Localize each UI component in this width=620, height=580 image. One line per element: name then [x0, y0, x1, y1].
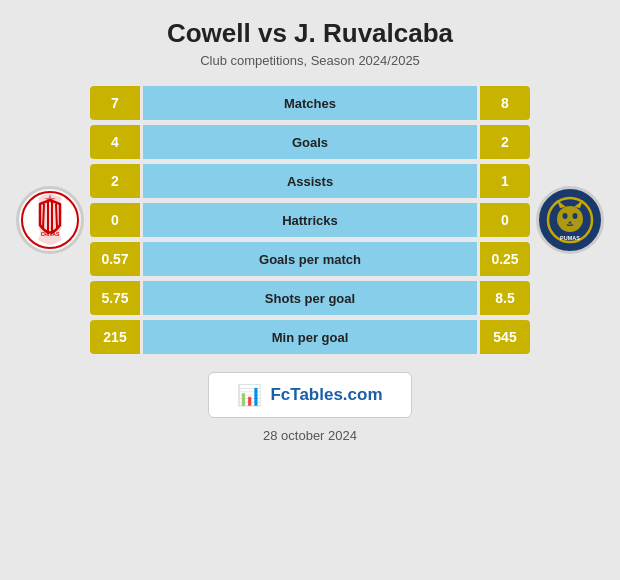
stat-label: Hattricks — [143, 203, 477, 237]
fctables-icon: 📊 — [237, 383, 262, 407]
page-subtitle: Club competitions, Season 2024/2025 — [200, 53, 420, 68]
chivas-logo: CHIVAS — [20, 190, 80, 250]
stat-right-value: 8.5 — [480, 281, 530, 315]
stat-row: 2Assists1 — [90, 164, 530, 198]
date-label: 28 october 2024 — [263, 428, 357, 443]
left-team-logo: CHIVAS — [10, 186, 90, 254]
svg-point-9 — [557, 206, 583, 232]
stat-row: 0.57Goals per match0.25 — [90, 242, 530, 276]
stat-label: Min per goal — [143, 320, 477, 354]
stat-label: Assists — [143, 164, 477, 198]
svg-line-1 — [43, 204, 44, 228]
svg-text:PUMAS: PUMAS — [560, 235, 580, 241]
stat-row: 7Matches8 — [90, 86, 530, 120]
stat-row: 4Goals2 — [90, 125, 530, 159]
stat-row: 215Min per goal545 — [90, 320, 530, 354]
stats-area: 7Matches84Goals22Assists10Hattricks00.57… — [90, 86, 530, 354]
comparison-area: CHIVAS 7Matches84Goals22Assists10Hattric… — [10, 86, 610, 354]
stat-label: Shots per goal — [143, 281, 477, 315]
pumas-logo: PUMAS — [540, 190, 600, 250]
svg-point-11 — [573, 213, 578, 219]
stat-right-value: 0 — [480, 203, 530, 237]
stat-label: Matches — [143, 86, 477, 120]
stat-right-value: 0.25 — [480, 242, 530, 276]
stat-left-value: 0.57 — [90, 242, 140, 276]
stat-row: 0Hattricks0 — [90, 203, 530, 237]
fctables-text: FcTables.com — [270, 385, 382, 405]
left-logo-circle: CHIVAS — [16, 186, 84, 254]
svg-point-10 — [563, 213, 568, 219]
stat-left-value: 5.75 — [90, 281, 140, 315]
stat-left-value: 0 — [90, 203, 140, 237]
stat-right-value: 8 — [480, 86, 530, 120]
fctables-banner: 📊 FcTables.com — [208, 372, 411, 418]
stat-row: 5.75Shots per goal8.5 — [90, 281, 530, 315]
svg-text:CHIVAS: CHIVAS — [41, 231, 60, 237]
page-title: Cowell vs J. Ruvalcaba — [167, 18, 453, 49]
stat-right-value: 2 — [480, 125, 530, 159]
stat-left-value: 4 — [90, 125, 140, 159]
svg-line-4 — [56, 204, 57, 228]
stat-label: Goals — [143, 125, 477, 159]
right-team-logo: PUMAS — [530, 186, 610, 254]
stat-left-value: 7 — [90, 86, 140, 120]
stat-left-value: 2 — [90, 164, 140, 198]
stat-left-value: 215 — [90, 320, 140, 354]
stat-label: Goals per match — [143, 242, 477, 276]
right-logo-circle: PUMAS — [536, 186, 604, 254]
main-container: Cowell vs J. Ruvalcaba Club competitions… — [0, 0, 620, 580]
stat-right-value: 545 — [480, 320, 530, 354]
stat-right-value: 1 — [480, 164, 530, 198]
